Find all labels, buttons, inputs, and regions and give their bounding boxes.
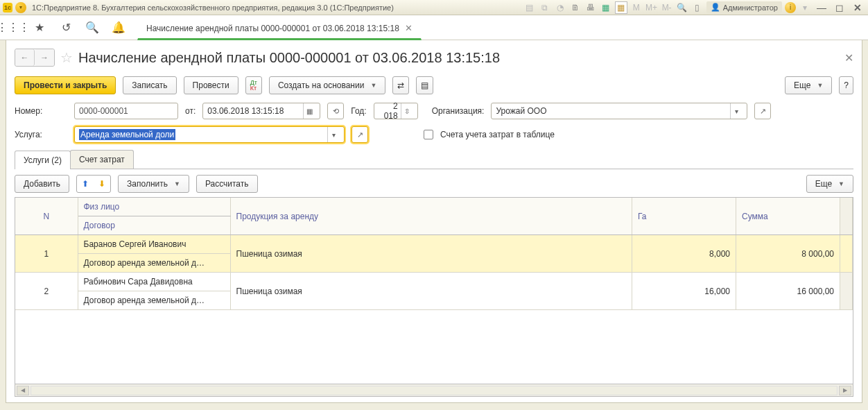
- service-label: Услуга:: [15, 130, 67, 139]
- more-label: Еще: [794, 80, 810, 90]
- cell-prod: Пшеница озимая: [230, 273, 632, 310]
- info-caret-icon[interactable]: ▾: [799, 1, 811, 14]
- info-icon[interactable]: i: [785, 2, 796, 13]
- nav-forward[interactable]: →: [35, 49, 54, 66]
- dtkt-icon: ДтКт: [250, 80, 257, 91]
- more-button[interactable]: Еще ▼: [785, 76, 832, 94]
- cell-n: 2: [15, 273, 78, 310]
- nav-back[interactable]: ←: [15, 49, 35, 66]
- date-link-button[interactable]: ⟲: [327, 103, 344, 119]
- calendar-icon[interactable]: ▦: [303, 103, 315, 119]
- chevron-down-icon: ▼: [370, 82, 376, 89]
- table-row[interactable]: 1Баранов Сергей ИвановичПшеница озимая8,…: [15, 235, 853, 254]
- m-minus-icon[interactable]: M-: [661, 1, 673, 14]
- scroll-track[interactable]: [31, 386, 837, 395]
- table-more-button[interactable]: Еще ▼: [806, 175, 853, 193]
- scroll-col: [840, 198, 853, 235]
- col-ga[interactable]: Га: [632, 198, 736, 235]
- app-menu-dropdown[interactable]: ▼: [15, 2, 26, 13]
- open-tab[interactable]: Начисление арендной платы 0000-000001 от…: [137, 18, 422, 40]
- service-open-button[interactable]: ↗: [351, 126, 368, 143]
- chevron-down-icon[interactable]: ▾: [730, 103, 743, 119]
- cost-accounts-checkbox[interactable]: [424, 130, 433, 139]
- post-close-button[interactable]: Провести и закрыть: [15, 76, 116, 94]
- number-field[interactable]: 0000-000001: [74, 103, 178, 119]
- year-field[interactable]: 2 018 ⇳: [374, 103, 418, 119]
- user-name: Администратор: [723, 3, 778, 12]
- date-value: 03.06.2018 13:15:18: [207, 106, 300, 116]
- horizontal-scrollbar[interactable]: ◀ ▶: [15, 384, 853, 397]
- move-up-icon[interactable]: ⬆: [77, 176, 94, 192]
- print-icon[interactable]: 🖶: [584, 1, 597, 14]
- move-buttons: ⬆ ⬇: [76, 175, 111, 193]
- app-title: 1С:Предприятие 8. Бухгалтерия сельскохоз…: [32, 3, 394, 12]
- org-field[interactable]: Урожай ООО ▾: [491, 103, 747, 119]
- tab-label: Начисление арендной платы 0000-000001 от…: [146, 24, 399, 33]
- col-n[interactable]: N: [15, 198, 78, 235]
- user-icon: 👤: [711, 3, 720, 12]
- scroll-left-icon[interactable]: ◀: [17, 386, 29, 395]
- refresh-icon[interactable]: ◔: [554, 1, 566, 14]
- org-open-button[interactable]: ↗: [754, 103, 771, 119]
- spin-icon[interactable]: ⇳: [401, 103, 413, 119]
- cell-sum: 8 000,00: [736, 235, 840, 273]
- save-icon[interactable]: ▤: [523, 1, 536, 14]
- tab-services[interactable]: Услуги (2): [15, 151, 71, 169]
- chevron-down-icon: ▼: [817, 82, 823, 89]
- col-dogovor[interactable]: Договор: [78, 216, 230, 235]
- date-field[interactable]: 03.06.2018 13:15:18 ▦: [202, 103, 320, 119]
- services-table: N Физ лицо Продукция за аренду Га Сумма …: [15, 197, 853, 384]
- cell-prod: Пшеница озимая: [230, 235, 632, 273]
- cell-dogovor: Договор аренда земельной д…: [78, 254, 230, 273]
- col-prod[interactable]: Продукция за аренду: [230, 198, 632, 235]
- panel-icon[interactable]: ▯: [691, 1, 704, 14]
- window-minimize[interactable]: —: [814, 1, 829, 14]
- notifications-icon[interactable]: 🔔: [111, 20, 126, 35]
- calc-icon[interactable]: ▦: [600, 1, 612, 14]
- dtkt-button[interactable]: ДтКт: [245, 76, 262, 94]
- fill-button[interactable]: Заполнить ▼: [118, 175, 189, 193]
- scroll-right-icon[interactable]: ▶: [839, 386, 851, 395]
- table-more-label: Еще: [815, 179, 832, 189]
- favorite-star-icon[interactable]: ☆: [60, 49, 73, 66]
- doc-close-icon[interactable]: ✕: [844, 51, 853, 65]
- calendar-icon[interactable]: ▦: [615, 1, 627, 14]
- table-row[interactable]: 2Рабинович Сара ДавидовнаПшеница озимая1…: [15, 273, 853, 291]
- service-value: Аренда земельной доли: [79, 129, 175, 140]
- m-icon[interactable]: M: [630, 1, 643, 14]
- move-down-icon[interactable]: ⬇: [94, 176, 110, 192]
- service-field[interactable]: Аренда земельной доли ▾: [74, 126, 345, 143]
- fill-label: Заполнить: [127, 179, 168, 189]
- preview-icon[interactable]: ⧉: [539, 1, 551, 14]
- search-icon[interactable]: 🔍: [85, 20, 100, 35]
- chevron-down-icon[interactable]: ▾: [327, 127, 340, 142]
- list-button[interactable]: ▤: [416, 76, 433, 94]
- write-button[interactable]: Записать: [123, 76, 176, 94]
- year-label: Год:: [351, 106, 366, 116]
- titlebar: 1c ▼ 1С:Предприятие 8. Бухгалтерия сельс…: [0, 0, 868, 15]
- post-button[interactable]: Провести: [184, 76, 238, 94]
- cell-fiz: Рабинович Сара Давидовна: [78, 273, 230, 291]
- calc-button[interactable]: Рассчитать: [196, 175, 258, 193]
- history-icon[interactable]: ↺: [58, 20, 73, 35]
- m-plus-icon[interactable]: M+: [645, 1, 658, 14]
- print-preview-icon[interactable]: 🗎: [569, 1, 582, 14]
- zoom-icon[interactable]: 🔍: [676, 1, 688, 14]
- col-sum[interactable]: Сумма: [736, 198, 840, 235]
- favorites-icon[interactable]: ★: [32, 20, 47, 35]
- window-close[interactable]: ✕: [850, 1, 865, 14]
- create-on-basis-button[interactable]: Создать на основании ▼: [269, 76, 385, 94]
- cell-ga: 16,000: [632, 273, 736, 310]
- user-label[interactable]: 👤 Администратор: [706, 1, 782, 13]
- window-maximize[interactable]: ◻: [832, 1, 847, 14]
- help-button[interactable]: ?: [839, 76, 853, 94]
- org-label: Организация:: [432, 106, 485, 116]
- structure-button[interactable]: ⇄: [392, 76, 409, 94]
- apps-icon[interactable]: ⋮⋮⋮: [6, 20, 21, 35]
- col-fiz[interactable]: Физ лицо: [78, 198, 230, 216]
- number-value: 0000-000001: [79, 106, 128, 116]
- tab-cost-account[interactable]: Счет затрат: [70, 150, 134, 169]
- nav-buttons: ← →: [15, 49, 55, 67]
- tab-close-icon[interactable]: ✕: [405, 23, 413, 33]
- add-button[interactable]: Добавить: [15, 175, 69, 193]
